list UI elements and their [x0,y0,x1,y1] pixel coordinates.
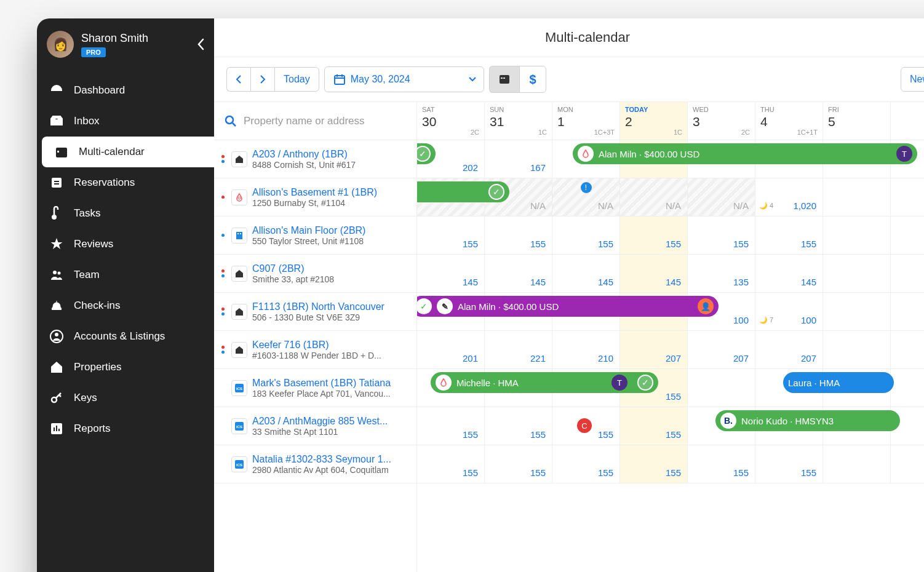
nav-item-reports[interactable]: Reports [37,413,214,444]
vacuum-icon [49,206,64,221]
calendar-cell[interactable]: 210 [552,331,620,368]
edit-icon[interactable]: ✎ [437,298,453,314]
property-row[interactable]: F1113 (1BR) North Vancouver506 - 1330 Bu… [214,293,416,331]
calendar-cell[interactable]: 201 [417,331,485,368]
calendar-cell[interactable]: 155 [485,407,552,445]
svg-point-3 [52,215,57,220]
calendar-cell[interactable]: 155 [620,216,688,254]
property-row[interactable]: Allison's Main Floor (2BR)550 Taylor Str… [214,216,416,255]
prev-button[interactable] [226,67,250,92]
pricing-view-button[interactable]: $ [519,66,546,93]
calendar-cell[interactable]: 1,020🌙 4 [755,178,823,216]
property-type-icon [231,342,247,358]
booking-bar[interactable]: B.Norio Kudo · HMSYN3 [715,410,900,431]
calendar-view-button[interactable] [489,66,519,93]
nav-item-dashboard[interactable]: Dashboard [37,75,214,106]
calendar-row: 155155155155155155 [417,216,924,255]
property-row[interactable]: ICSMark's Basement (1BR) Tatiana183 Keef… [214,369,416,407]
badge-icon: T [611,375,627,391]
calendar-cell[interactable]: 155 [417,445,485,483]
property-row[interactable]: Allison's Basement #1 (1BR)1250 Burnaby … [214,178,416,216]
day-header[interactable]: THU41C+1T [755,102,823,140]
toolbar: Today May 30, 2024 $ New C [214,57,924,102]
nav-item-reviews[interactable]: Reviews [37,229,214,260]
calendar-cell[interactable]: 155 [688,216,755,254]
calendar-cell[interactable]: 145 [620,255,688,292]
avatar[interactable]: 👩 [47,31,74,58]
calendar-cell[interactable]: N/A [688,178,755,216]
nav-item-multi-calendar[interactable]: Multi-calendar [42,137,214,167]
property-row[interactable]: ICSNatalia #1302-833 Seymour 1...2980 At… [214,445,416,483]
calendar-cell[interactable] [823,216,891,254]
day-header[interactable]: TODAY21C [620,102,688,140]
calendar-cell[interactable]: 155 [485,216,552,254]
alert-icon[interactable]: ! [581,182,592,193]
booking-bar[interactable]: ✓✎Alan Miln · $400.00 USD👤 [417,296,719,317]
calendar-cell[interactable]: 145 [755,255,823,292]
svg-point-16 [238,197,241,199]
calendar-cell[interactable]: 155 [620,445,688,483]
nav-item-tasks[interactable]: Tasks [37,198,214,229]
calendar-cell[interactable]: 145 [552,255,620,292]
calendar-cell[interactable] [823,293,891,330]
date-picker-button[interactable]: May 30, 2024 [324,66,484,92]
calendar-cell[interactable]: 100🌙 7 [755,293,823,330]
booking-bar[interactable]: Michelle · HMAT✓ [431,372,658,393]
today-button[interactable]: Today [274,67,319,92]
calendar-cell[interactable]: 155 [755,216,823,254]
booking-bar[interactable]: Alan Miln · $400.00 USDT [573,143,917,164]
day-header[interactable]: WED32C [688,102,755,140]
day-header[interactable]: MON11C+3T [552,102,620,140]
day-header[interactable]: FRI5 [823,102,891,140]
nav-item-inbox[interactable]: Inbox [37,106,214,137]
nav-item-check-ins[interactable]: Check-ins [37,290,214,321]
calendar-cell[interactable] [688,369,755,407]
calendar-cell[interactable]: 155 [755,445,823,483]
calendar-cell[interactable] [823,255,891,292]
booking-bar[interactable]: Laura · HMA [783,372,894,393]
reservations-icon [49,175,64,190]
booking-bar[interactable]: ✓ [417,181,509,202]
search-input[interactable] [244,115,407,127]
property-row[interactable]: ICSA203 / AnthMaggie 885 West...33 Smith… [214,407,416,445]
calendar-cell[interactable]: 155C [552,407,620,445]
calendar-cell[interactable]: 207 [688,331,755,368]
calendar-cell[interactable]: 207 [620,331,688,368]
calendar-cell[interactable]: 135 [688,255,755,292]
calendar-cell[interactable]: 145 [417,255,485,292]
night-count: 🌙 7 [759,316,773,324]
nav-item-team[interactable]: Team [37,260,214,290]
property-row[interactable]: C907 (2BR)Smithe 33, apt #2108 [214,255,416,293]
calendar-cell[interactable]: 155 [688,445,755,483]
check-icon: ✓ [637,375,653,391]
day-header[interactable]: SAT302C [417,102,485,140]
svg-point-4 [53,271,57,274]
property-row[interactable]: Keefer 716 (1BR)#1603-1188 W Pender 1BD … [214,331,416,369]
nav-item-keys[interactable]: Keys [37,383,214,413]
calendar-cell[interactable]: 155 [417,407,485,445]
calendar-cell[interactable]: 155 [417,216,485,254]
property-row[interactable]: A203 / Anthony (1BR)8488 Cornish St, Uni… [214,140,416,178]
calendar-cell[interactable]: 155 [485,445,552,483]
day-header[interactable]: SUN311C [485,102,552,140]
calendar-grid: A203 / Anthony (1BR)8488 Cornish St, Uni… [214,102,924,572]
calendar-cell[interactable]: 207 [755,331,823,368]
nav-item-reservations[interactable]: Reservations [37,167,214,198]
next-button[interactable] [250,67,274,92]
property-type-icon [231,304,247,320]
calendar-cell[interactable]: 145 [485,255,552,292]
calendar-cell[interactable]: N/A [620,178,688,216]
nav-item-properties[interactable]: Properties [37,352,214,383]
calendar-cell[interactable]: 155 [552,216,620,254]
calendar-cell[interactable] [823,178,891,216]
calendar-cell[interactable]: 221 [485,331,552,368]
calendar-cell[interactable]: 167 [485,140,552,178]
nav-item-accounts-listings[interactable]: Accounts & Listings [37,321,214,352]
calendar-cell[interactable]: 155 [620,407,688,445]
calendar-cell[interactable] [823,445,891,483]
calendar-cell[interactable]: 155 [552,445,620,483]
calendar-cell[interactable] [823,331,891,368]
new-button[interactable]: New C [901,67,924,92]
calendar-cell[interactable]: N/A! [552,178,620,216]
collapse-sidebar-button[interactable] [197,38,204,50]
